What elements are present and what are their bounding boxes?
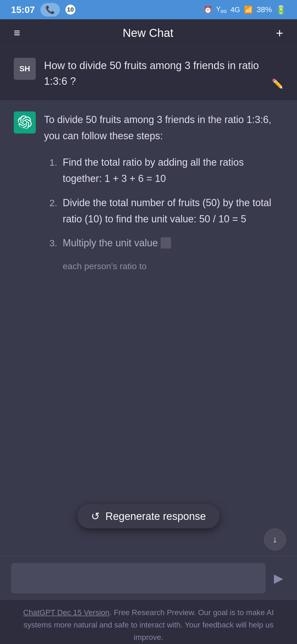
step-2-text: Divide the total number of fruits (50) b… — [63, 195, 283, 227]
footer-disclaimer: ChatGPT Dec 15 Version. Free Research Pr… — [0, 600, 297, 644]
ai-message-content: To divide 50 fruits among 3 friends in t… — [44, 111, 283, 274]
step-1-number: 1. — [44, 154, 57, 170]
status-bar: 15:07 📞 10 ⏰ Yoo 4G 📶 38% 🔋 — [0, 0, 297, 19]
status-left: 15:07 📞 10 — [11, 3, 75, 17]
status-time: 15:07 — [11, 4, 35, 15]
step-3-text-partial: Multiply the unit value by — [63, 235, 283, 251]
alarm-icon: ⏰ — [204, 6, 212, 14]
message-input[interactable] — [11, 563, 266, 593]
regenerate-label: Regenerate response — [105, 511, 206, 522]
regenerate-icon: ↺ — [91, 510, 100, 522]
step-1-text: Find the total ratio by adding all the r… — [63, 154, 283, 187]
user-message-text: How to divide 50 fruits among 3 friends … — [44, 58, 263, 89]
ai-step-1: 1. Find the total ratio by adding all th… — [44, 154, 283, 187]
new-chat-button[interactable]: + — [276, 26, 283, 40]
phone-icon: 📞 — [45, 5, 55, 14]
status-right: ⏰ Yoo 4G 📶 38% 🔋 — [204, 5, 286, 15]
phone-icon-wrap: 📞 — [40, 3, 60, 17]
edit-icon[interactable]: ✏️ — [272, 78, 283, 89]
user-message-block: SH How to divide 50 fruits among 3 frien… — [0, 47, 297, 100]
signal-icon: Yoo — [216, 5, 227, 14]
ai-intro-text: To divide 50 fruits among 3 friends in t… — [44, 111, 283, 144]
send-icon: ▶ — [274, 571, 283, 585]
hamburger-menu-icon[interactable]: ≡ — [14, 27, 20, 39]
wifi-bars-icon: 📶 — [244, 6, 253, 14]
ai-message-block: To divide 50 fruits among 3 friends in t… — [0, 100, 297, 556]
scroll-down-button[interactable]: ↓ — [264, 528, 286, 550]
chat-container: SH How to divide 50 fruits among 3 frien… — [0, 47, 297, 556]
user-avatar: SH — [14, 58, 36, 80]
network-icon: 4G — [230, 6, 240, 14]
step-3-continuation: each person's ratio to — [44, 259, 283, 274]
send-button[interactable]: ▶ — [271, 568, 286, 588]
app-header: ≡ New Chat + — [0, 19, 297, 47]
battery-icon: 🔋 — [276, 5, 286, 15]
notification-badge: 10 — [65, 5, 75, 15]
ai-step-2: 2. Divide the total number of fruits (50… — [44, 195, 283, 227]
ai-avatar — [14, 111, 36, 133]
input-area: ▶ — [0, 556, 297, 600]
battery-text: 38% — [257, 5, 272, 14]
regenerate-popup[interactable]: ↺ Regenerate response — [77, 504, 219, 528]
header-title: New Chat — [123, 26, 173, 40]
ai-step-3-partial: 3. Multiply the unit value by — [44, 235, 283, 251]
step-2-number: 2. — [44, 195, 57, 211]
step-3-number: 3. — [44, 235, 57, 251]
footer-version-link[interactable]: ChatGPT Dec 15 Version — [23, 608, 109, 617]
